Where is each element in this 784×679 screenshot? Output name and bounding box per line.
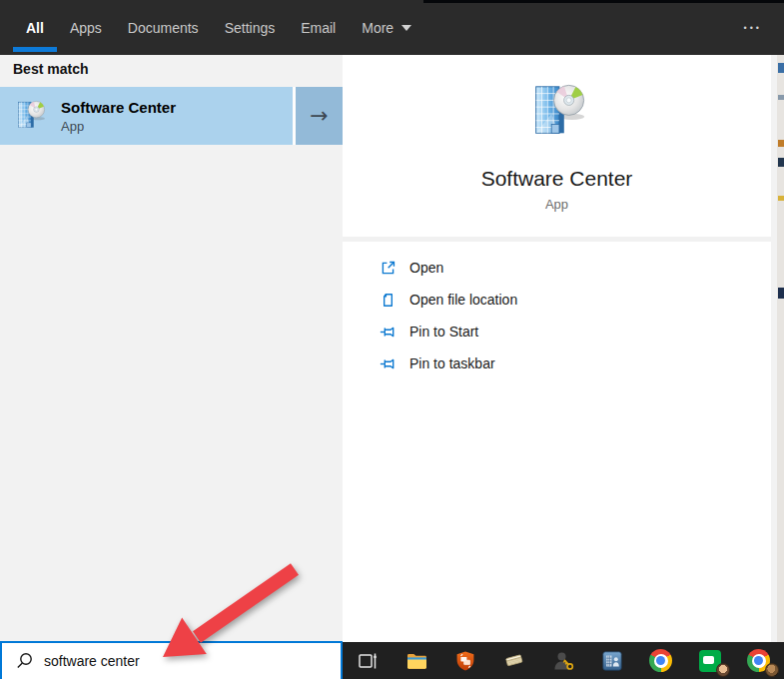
- taskbar-software-center-button[interactable]: [587, 642, 636, 679]
- tab-apps-label: Apps: [70, 20, 102, 36]
- user-avatar: [716, 663, 730, 677]
- best-match-text: Software Center App: [61, 99, 176, 134]
- taskbar-google-chat-button[interactable]: [685, 642, 734, 679]
- profile-avatar: [765, 663, 779, 677]
- desktop-icon-sliver: [778, 288, 784, 299]
- taskbar-chrome-profile-button[interactable]: [734, 642, 783, 679]
- divider: [343, 237, 771, 242]
- result-title: Software Center: [61, 99, 176, 116]
- action-list: Open Open file location Pin to Start: [343, 252, 771, 379]
- more-options-button[interactable]: •••: [744, 0, 762, 55]
- taskbar-notes-book-button[interactable]: [489, 642, 538, 679]
- desktop-icon-sliver: [778, 140, 784, 147]
- book-icon: [502, 649, 526, 673]
- file-explorer-icon: [404, 649, 428, 673]
- desktop-icon-sliver: [778, 63, 784, 73]
- windows-search-flyout: All Apps Documents Settings Email More •…: [0, 0, 784, 679]
- action-open[interactable]: Open: [343, 252, 771, 284]
- tab-apps[interactable]: Apps: [57, 0, 115, 55]
- action-pin-to-start[interactable]: Pin to Start: [343, 316, 771, 347]
- open-file-location-icon: [380, 292, 396, 309]
- action-pin-to-taskbar[interactable]: Pin to taskbar: [343, 347, 771, 379]
- tab-documents[interactable]: Documents: [115, 0, 212, 55]
- shield-screens-icon: [453, 649, 477, 673]
- desktop-icon-sliver: [778, 196, 784, 201]
- taskbar-remote-shield-button[interactable]: [440, 642, 489, 679]
- pin-icon: [380, 355, 396, 372]
- window-top-edge: [423, 0, 784, 3]
- tab-more[interactable]: More: [349, 0, 424, 55]
- tab-all[interactable]: All: [13, 0, 57, 55]
- right-arrow-icon: →: [310, 105, 328, 127]
- taskbar-task-view-button[interactable]: [343, 642, 392, 679]
- best-match-main[interactable]: Software Center App: [0, 87, 293, 145]
- preview-app-type: App: [343, 197, 771, 212]
- tab-email-label: Email: [301, 20, 336, 36]
- task-view-icon: [356, 649, 380, 673]
- chevron-down-icon: [401, 25, 411, 31]
- taskbar-chrome-button[interactable]: [636, 642, 685, 679]
- tab-all-label: All: [26, 20, 44, 36]
- desktop-icon-sliver: [778, 158, 784, 167]
- best-match-header: Best match: [13, 61, 88, 77]
- action-open-label: Open: [409, 260, 443, 276]
- action-open-file-location-label: Open file location: [409, 292, 517, 308]
- tab-email[interactable]: Email: [288, 0, 349, 55]
- software-center-app-icon: [600, 649, 624, 673]
- best-match-result[interactable]: Software Center App →: [0, 87, 343, 145]
- action-pin-to-taskbar-label: Pin to taskbar: [409, 355, 495, 371]
- search-input[interactable]: [44, 653, 341, 669]
- open-icon: [380, 260, 396, 277]
- action-pin-to-start-label: Pin to Start: [409, 324, 478, 340]
- pin-icon: [380, 324, 396, 340]
- preview-app-title: Software Center: [343, 167, 771, 191]
- software-center-icon-large: [526, 81, 588, 143]
- search-filter-bar: All Apps Documents Settings Email More •…: [0, 0, 784, 55]
- taskbar: [343, 642, 784, 679]
- result-preview-panel: Software Center App Open Open file locat…: [343, 55, 771, 642]
- tab-settings-label: Settings: [225, 20, 276, 36]
- desktop-icon-sliver: [778, 95, 784, 100]
- taskbar-credentials-button[interactable]: [538, 642, 587, 679]
- taskbar-file-explorer-button[interactable]: [392, 642, 440, 679]
- person-key-icon: [551, 649, 575, 673]
- tab-documents-label: Documents: [128, 20, 199, 36]
- result-type: App: [61, 119, 176, 134]
- search-icon: [15, 652, 33, 670]
- action-open-file-location[interactable]: Open file location: [343, 284, 771, 316]
- chrome-icon: [649, 649, 672, 672]
- software-center-icon: [13, 96, 47, 136]
- tab-more-label: More: [362, 20, 393, 36]
- search-box[interactable]: [0, 641, 343, 679]
- expand-result-button[interactable]: →: [296, 87, 343, 145]
- tab-settings[interactable]: Settings: [212, 0, 289, 55]
- search-results-panel: Best match Software Center App →: [0, 55, 343, 642]
